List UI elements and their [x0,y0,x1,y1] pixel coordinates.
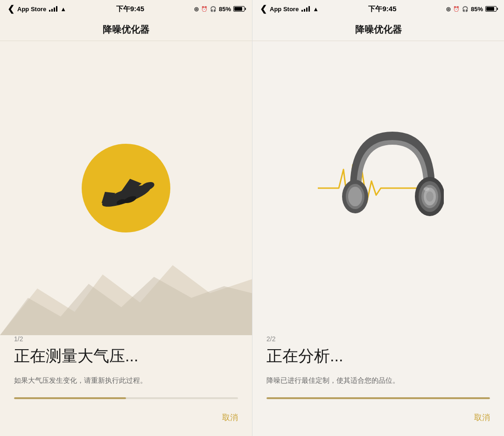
page-title-left: 降噪优化器 [0,18,252,41]
content-area-right: 2/2 正在分析... 降噪已进行最佳定制，使其适合您的品位。 取消 [252,335,504,436]
page-title-right: 降噪优化器 [252,18,504,41]
image-area-right [252,41,504,335]
back-icon-right[interactable]: ❮ [260,4,267,14]
cancel-text-right[interactable]: 取消 [474,413,490,422]
cancel-btn-right[interactable]: 取消 [266,408,490,427]
wifi-icon-right: ▲ [313,6,319,13]
alarm-icon-right: ⏰ [453,6,460,12]
content-area-left: 1/2 正在测量大气压... 如果大气压发生变化，请重新执行此过程。 取消 [0,335,252,436]
battery-icon-right [485,6,497,12]
signal-icon [49,6,57,12]
location-icon-right: ◎ [446,6,451,12]
step-left: 1/2 [14,335,238,343]
svg-point-12 [348,187,362,206]
status-bar-right: ❮ App Store ▲ 下午9:45 ◎ ⏰ 🎧 85% [252,0,504,18]
status-left: ❮ App Store ▲ [7,4,66,14]
battery-percent-right: 85% [471,6,483,13]
svg-marker-1 [0,277,252,335]
time-right: 下午9:45 [368,5,396,14]
progress-container-left [14,397,238,399]
location-icon: ◎ [194,6,199,12]
description-left: 如果大气压发生变化，请重新执行此过程。 [14,375,238,386]
airplane-scene [65,127,187,249]
main-status-right: 正在分析... [266,346,490,366]
svg-point-17 [426,191,434,202]
progress-fill-left [14,397,126,399]
main-status-left: 正在测量大气压... [14,346,238,366]
carrier-right: App Store [270,6,299,13]
status-bar-left: ❮ App Store ▲ 下午9:45 ◎ ⏰ 🎧 85% [0,0,252,18]
headphone-status-icon-right: 🎧 [462,6,469,12]
description-right: 降噪已进行最佳定制，使其适合您的品位。 [266,375,490,386]
progress-container-right [266,397,490,399]
wifi-icon: ▲ [60,6,66,13]
battery-percent-left: 85% [219,6,231,13]
cancel-btn-left[interactable]: 取消 [14,408,238,427]
progress-fill-right [266,397,490,399]
carrier-left: App Store [17,6,46,13]
sun-circle [79,141,173,235]
progress-bar-right [266,397,490,399]
time-left: 下午9:45 [116,5,144,14]
headphone-status-icon: 🎧 [210,6,217,12]
left-screen: ❮ App Store ▲ 下午9:45 ◎ ⏰ 🎧 85% 降噪优化器 [0,0,252,436]
headphone-scene [313,123,444,253]
status-right-right: ◎ ⏰ 🎧 85% [446,6,497,13]
svg-point-18 [424,187,429,191]
right-screen: ❮ App Store ▲ 下午9:45 ◎ ⏰ 🎧 85% 降噪优化器 [252,0,504,436]
step-right: 2/2 [266,335,490,343]
back-icon[interactable]: ❮ [7,4,14,14]
image-area-left [0,41,252,335]
battery-icon-left [233,6,245,12]
progress-bar-left [14,397,238,399]
signal-icon-right [301,6,310,12]
cancel-text-left[interactable]: 取消 [222,413,238,422]
status-left-right: ❮ App Store ▲ [260,4,319,14]
alarm-icon: ⏰ [201,6,208,12]
headphone-illustration [341,127,444,244]
status-right-left: ◎ ⏰ 🎧 85% [194,6,245,13]
mountain-bg [0,251,252,335]
